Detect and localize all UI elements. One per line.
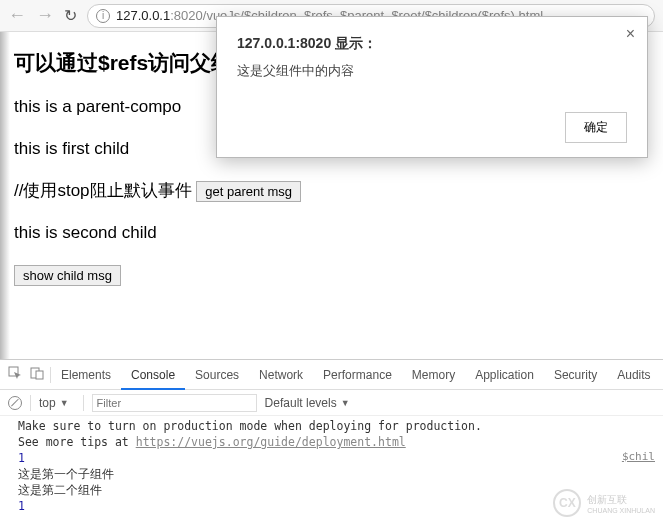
chevron-down-icon: ▼ [341,398,350,408]
chevron-down-icon: ▼ [60,398,69,408]
console-line: Make sure to turn on production mode whe… [18,418,663,434]
url-host: 127.0.0.1 [116,8,170,23]
console-text: See more tips at [18,435,136,449]
console-line: 这是第一个子组件 [18,466,663,482]
watermark-text: 创新互联 [587,493,655,507]
divider [83,395,84,411]
second-child-text: this is second child [14,221,649,245]
dialog-ok-button[interactable]: 确定 [565,112,627,143]
dialog-message: 这是父组件中的内容 [237,63,627,80]
get-parent-msg-button[interactable]: get parent msg [196,181,301,202]
console-link[interactable]: https://vuejs.org/guide/deployment.html [136,435,406,449]
context-label: top [39,396,56,410]
console-source-link[interactable]: $chil [622,450,655,463]
device-icon[interactable] [28,366,46,383]
tab-performance[interactable]: Performance [313,360,402,390]
watermark-logo: CX [553,489,581,517]
tab-sources[interactable]: Sources [185,360,249,390]
back-icon[interactable]: ← [8,5,26,26]
tab-network[interactable]: Network [249,360,313,390]
close-icon[interactable]: × [626,25,635,43]
watermark-subtext: CHUANG XINHULAN [587,507,655,514]
reload-icon[interactable]: ↻ [64,6,77,25]
levels-label: Default levels [265,396,337,410]
console-line: See more tips at https://vuejs.org/guide… [18,434,663,450]
inspect-icon[interactable] [6,366,24,383]
tab-security[interactable]: Security [544,360,607,390]
console-filter-bar: top ▼ Default levels ▼ [0,390,663,416]
console-line: 1 [18,450,663,466]
dialog-title: 127.0.0.1:8020 显示： [237,35,627,53]
filter-input[interactable] [92,394,257,412]
tab-audits[interactable]: Audits [607,360,660,390]
tab-memory[interactable]: Memory [402,360,465,390]
tab-elements[interactable]: Elements [51,360,121,390]
watermark: CX 创新互联 CHUANG XINHULAN [553,489,655,517]
stop-comment-text: //使用stop阻止默认事件 [14,179,192,203]
clear-console-icon[interactable] [8,396,22,410]
show-child-msg-button[interactable]: show child msg [14,265,121,286]
url-port: :8020 [170,8,203,23]
site-info-icon[interactable]: i [96,9,110,23]
svg-rect-2 [36,371,43,379]
alert-dialog: × 127.0.0.1:8020 显示： 这是父组件中的内容 确定 [216,16,648,158]
forward-icon[interactable]: → [36,5,54,26]
log-levels-selector[interactable]: Default levels ▼ [265,396,350,410]
tab-console[interactable]: Console [121,360,185,390]
divider [30,395,31,411]
devtools-tabs: Elements Console Sources Network Perform… [0,360,663,390]
tab-application[interactable]: Application [465,360,544,390]
context-selector[interactable]: top ▼ [39,396,75,410]
